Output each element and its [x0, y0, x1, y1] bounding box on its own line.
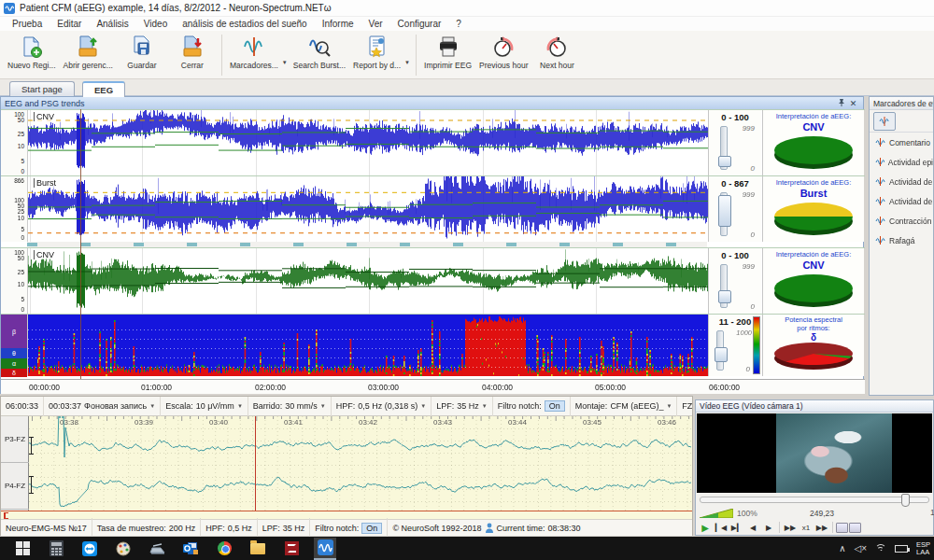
new-record-button[interactable]: Nuevo Regi... [4, 33, 60, 71]
search-burst-button[interactable]: Search Burst... [290, 33, 349, 71]
trends-panel: EEG and PSG trends ✕ 100 50 25 10 5 0 CN… [0, 96, 864, 394]
taskbar-calculator[interactable] [45, 538, 67, 560]
status-lpf: LPF:35 Hz [258, 518, 311, 538]
taskbar-explorer[interactable] [247, 538, 269, 560]
calculator-icon [50, 540, 64, 556]
video-seek-thumb[interactable] [901, 494, 910, 507]
menu-analisis[interactable]: Análisis [90, 18, 134, 30]
previous-hour-button[interactable]: Previous hour [475, 33, 531, 71]
save-frame-icon[interactable] [836, 523, 848, 533]
next-hour-icon [544, 34, 570, 60]
menu-configurar[interactable]: Configurar [391, 18, 448, 30]
strip1-plot: CNV [27, 110, 707, 175]
record-selector[interactable]: 00:03:37Фоновая запись▼ [44, 397, 161, 416]
eeg-review-panel: 06:00:33 00:03:37Фоновая запись▼ Escala:… [0, 396, 693, 536]
tab-eeg[interactable]: EEG [82, 81, 125, 97]
strip2-slider-thumb[interactable] [718, 195, 731, 227]
wifi-icon[interactable] [875, 544, 886, 553]
markers-button[interactable]: Marcadores... [226, 33, 282, 71]
trends-time-cursor[interactable] [80, 109, 81, 379]
menu-ver[interactable]: Ver [362, 18, 389, 30]
chrome-icon [218, 541, 232, 555]
taskbar-outlook[interactable] [179, 538, 202, 560]
sweep-selector[interactable]: Barrido:30 mm/s▼ [248, 397, 332, 416]
markers-dropdown-arrow[interactable]: ▼ [282, 60, 288, 65]
strip1-slider-thumb[interactable] [718, 156, 731, 167]
taskbar-neuron-spectrum[interactable] [314, 538, 336, 560]
strip2-slider[interactable] [720, 192, 728, 236]
close-record-button[interactable]: Cerrar [167, 33, 218, 71]
start-button[interactable] [11, 538, 34, 560]
channel-p4fz[interactable]: P4-FZ [1, 463, 29, 510]
taskbar-teamviewer[interactable] [78, 538, 101, 560]
hpf-selector[interactable]: HPF:0,5 Hz (0,318 s)▼ [332, 397, 432, 416]
next-hour-button[interactable]: Next hour [531, 33, 582, 71]
channel-p3fz[interactable]: P3-FZ [1, 416, 29, 463]
report-dropdown-arrow[interactable]: ▼ [404, 60, 410, 65]
tab-start-page[interactable]: Start page [9, 81, 75, 96]
markers-label: Marcadores... [230, 61, 278, 70]
speed-up-button[interactable]: ▶▶ [814, 521, 829, 534]
band-theta: θ [1, 348, 27, 358]
menu-prueba[interactable]: Prueba [6, 18, 49, 30]
eeg-status-bar: Neuro-EMG-MS №17 Tasa de muestreo:200 Hz… [1, 519, 692, 536]
marker-item-comentario[interactable]: Comentario [870, 133, 933, 152]
menu-editar[interactable]: Editar [50, 18, 88, 30]
marker-item-rafaga[interactable]: Rafagá [870, 231, 933, 250]
menu-help[interactable]: ? [449, 18, 468, 30]
save-label: Guardar [127, 61, 156, 70]
marker-item-actividad-epi[interactable]: Actividad epi [870, 152, 933, 172]
strip3-pie-chart [771, 271, 856, 312]
pin-icon[interactable] [835, 98, 847, 108]
language-indicator[interactable]: ESPLAA [916, 541, 930, 556]
marker-waveform-icon [875, 176, 885, 187]
axis-tick: 10 [18, 143, 24, 149]
taskbar-chrome[interactable] [213, 538, 235, 560]
scale-selector[interactable]: Escala:10 μV/mm▼ [161, 397, 248, 416]
video-seek-slider[interactable] [700, 497, 929, 503]
eeg-time-label: 03:41 [284, 418, 303, 427]
speed-down-button[interactable]: ▶▶ [783, 521, 798, 534]
strip1-range-panel: 0 - 100 999 0 [708, 110, 761, 175]
play-button[interactable]: ▶ [698, 521, 713, 534]
battery-icon[interactable] [895, 545, 908, 553]
menu-video[interactable]: Video [137, 18, 174, 30]
volume-muted-icon[interactable]: ◁× [854, 543, 867, 553]
marker-item-contraccion[interactable]: Contracción [870, 211, 933, 231]
lpf-selector[interactable]: LPF:35 Hz▼ [432, 397, 492, 416]
strip3-slider[interactable] [720, 264, 728, 308]
close-panel-icon[interactable]: ✕ [847, 99, 859, 108]
print-eeg-button[interactable]: Imprimir EEG [420, 33, 475, 71]
tray-chevron-icon[interactable]: ∧ [839, 543, 845, 553]
volume-wedge-icon[interactable] [700, 509, 733, 518]
event-marker-dashes [27, 243, 707, 246]
open-manager-button[interactable]: Abrir gerenc... [60, 33, 117, 71]
main-toolbar: Nuevo Regi... Abrir gerenc... Guardar Ce… [0, 31, 934, 79]
marker-tool-button[interactable] [873, 112, 896, 131]
strip1-slider[interactable] [720, 126, 728, 170]
taskbar-app-z[interactable] [280, 538, 303, 560]
strip4-slider-thumb[interactable] [715, 347, 728, 362]
save-icon [129, 34, 155, 60]
video-frame[interactable] [697, 413, 932, 493]
report-button[interactable]: Report by d... [349, 33, 404, 71]
go-end-button[interactable]: ▶▎ [729, 521, 744, 534]
menu-informe[interactable]: Informe [316, 18, 361, 30]
taskbar-paint[interactable] [112, 538, 134, 560]
strip3-slider-thumb[interactable] [718, 290, 731, 303]
menu-sueno[interactable]: análisis de estadios del sueño [176, 18, 313, 30]
video-transport-controls: ▶ ▎◀ ▶▎ ◀ ▶ ▶▶ x1 ▶▶ [698, 520, 934, 535]
marker-item-actividad-2[interactable]: Actividad de [870, 191, 933, 211]
save-button[interactable]: Guardar [117, 33, 167, 71]
step-back-button[interactable]: ◀ [745, 521, 760, 534]
strip4-slider[interactable] [716, 330, 724, 371]
notch-toggle[interactable]: Filtro notch:On [493, 397, 571, 416]
go-start-button[interactable]: ▎◀ [714, 521, 729, 534]
taskbar-scanner[interactable] [146, 538, 168, 560]
notch-state[interactable]: On [545, 400, 565, 412]
marker-item-actividad-1[interactable]: Actividad de [870, 172, 933, 191]
status-hpf: HPF:0,5 Hz [201, 518, 258, 538]
snapshot-icon[interactable] [849, 523, 861, 533]
step-forward-button[interactable]: ▶ [761, 521, 776, 534]
montage-selector[interactable]: Montaje:CFM (aEEG)_▼ [571, 397, 678, 416]
